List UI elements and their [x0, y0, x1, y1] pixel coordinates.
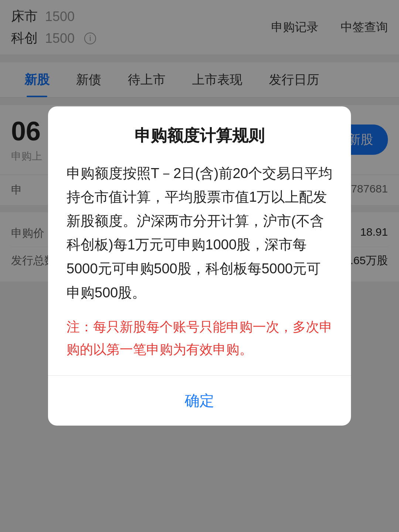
- modal-note: 注：每只新股每个账号只能申购一次，多次申购的以第一笔申购为有效申购。: [66, 316, 332, 361]
- modal-body: 申购额度按照T－2日(含)前20个交易日平均持仓市值计算，平均股票市值1万以上配…: [66, 161, 332, 305]
- modal-confirm-button[interactable]: 确定: [163, 387, 236, 415]
- modal-title: 申购额度计算规则: [66, 125, 332, 147]
- modal-overlay: 申购额度计算规则 申购额度按照T－2日(含)前20个交易日平均持仓市值计算，平均…: [0, 0, 399, 532]
- modal-dialog: 申购额度计算规则 申购额度按照T－2日(含)前20个交易日平均持仓市值计算，平均…: [48, 106, 351, 426]
- modal-footer: 确定: [66, 376, 332, 426]
